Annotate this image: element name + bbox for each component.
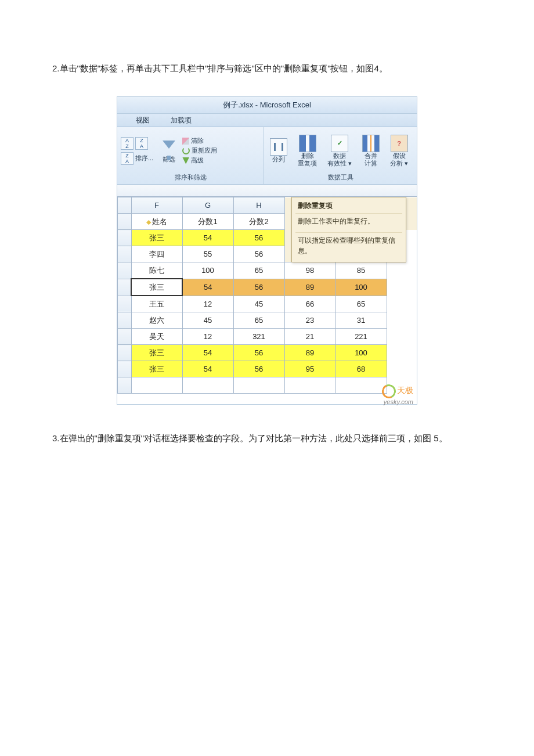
data-cell[interactable]: 100 (335, 279, 387, 296)
reapply-button[interactable]: 重新应用 (182, 146, 217, 155)
row-header-cell[interactable] (118, 262, 132, 279)
data-cell[interactable]: 56 (233, 345, 284, 361)
table-row: 陈七100659885 (118, 262, 417, 279)
data-cell[interactable]: 陈七 (131, 262, 182, 279)
remove-duplicates-icon (299, 135, 316, 152)
text-to-columns-button[interactable]: 分列 (268, 137, 290, 164)
data-cell[interactable]: 李四 (131, 246, 182, 262)
tab-addins[interactable]: 加载项 (166, 114, 196, 127)
sort-asc-icon[interactable]: AZ (121, 137, 134, 150)
validation-icon (331, 135, 348, 152)
data-cell[interactable] (387, 312, 417, 329)
data-cell[interactable]: 65 (233, 312, 284, 329)
whatif-icon (391, 135, 408, 152)
group-title-tools: 数据工具 (268, 172, 413, 183)
advanced-filter-button[interactable]: 高级 (182, 156, 217, 165)
data-cell[interactable]: 54 (182, 279, 233, 296)
sort-desc-icon[interactable]: ZA (121, 152, 134, 165)
data-cell[interactable] (118, 377, 132, 394)
data-cell[interactable] (387, 279, 417, 296)
data-cell[interactable]: 66 (284, 296, 335, 312)
clear-filter-button[interactable]: 清除 (182, 136, 217, 145)
data-cell[interactable] (284, 377, 335, 394)
tooltip-title: 删除重复项 (292, 197, 406, 213)
formula-bar[interactable] (117, 185, 417, 197)
data-cell[interactable]: 56 (233, 361, 284, 377)
group-data-tools: 分列 删除重复项 数据有效性 ▾ 合并计算 (264, 127, 417, 184)
data-cell[interactable]: 54 (182, 230, 233, 246)
reload-icon (182, 147, 190, 154)
data-cell[interactable] (387, 345, 417, 361)
data-cell[interactable] (387, 361, 417, 377)
data-cell[interactable] (387, 262, 417, 279)
data-cell[interactable]: 55 (182, 246, 233, 262)
data-cell[interactable] (233, 377, 284, 394)
select-all-cell[interactable] (118, 197, 132, 214)
filter-button[interactable]: 筛选 (159, 137, 179, 164)
row-header-cell[interactable] (118, 296, 132, 312)
data-cell[interactable]: 张三 (131, 361, 182, 377)
data-cell[interactable]: 54 (182, 361, 233, 377)
data-cell[interactable]: 45 (182, 312, 233, 329)
data-cell[interactable]: 85 (335, 262, 387, 279)
worksheet[interactable]: 删除重复项 删除工作表中的重复行。 可以指定应检查哪些列的重复信息。 F G H (117, 197, 417, 404)
data-cell[interactable]: 65 (233, 262, 284, 279)
advanced-icon (182, 157, 189, 164)
header-score1: 分数1 (182, 214, 233, 230)
whatif-button[interactable]: 假设分析 ▾ (388, 134, 410, 168)
tab-view[interactable]: 视图 (131, 114, 154, 127)
col-G[interactable]: G (182, 197, 233, 214)
data-cell[interactable]: 31 (335, 312, 387, 329)
data-cell[interactable]: 221 (335, 329, 387, 345)
data-cell[interactable] (335, 377, 387, 394)
table-row: 王五12456665 (118, 296, 417, 312)
row-header-cell[interactable] (118, 230, 132, 246)
data-cell[interactable]: 21 (284, 329, 335, 345)
data-cell[interactable]: 56 (233, 246, 284, 262)
row-header-cell[interactable] (118, 329, 132, 345)
data-cell[interactable] (387, 329, 417, 345)
data-validation-button[interactable]: 数据有效性 ▾ (325, 134, 354, 168)
data-cell[interactable]: 321 (233, 329, 284, 345)
data-cell[interactable]: 12 (182, 329, 233, 345)
data-cell[interactable]: 赵六 (131, 312, 182, 329)
consolidate-button[interactable]: 合并计算 (360, 134, 382, 168)
window-title: 例子.xlsx - Microsoft Excel (117, 97, 417, 114)
data-cell[interactable]: 张三 (131, 345, 182, 361)
data-cell[interactable]: 45 (233, 296, 284, 312)
data-cell[interactable]: 95 (284, 361, 335, 377)
col-F[interactable]: F (131, 197, 182, 214)
row-header-cell[interactable] (118, 361, 132, 377)
group-sort-filter: AZ ZA ZA 排序... 筛选 清除 重新应用 (117, 127, 264, 184)
data-cell[interactable]: 68 (335, 361, 387, 377)
row-header-cell[interactable] (118, 312, 132, 329)
data-cell[interactable]: 吴天 (131, 329, 182, 345)
row-header-cell[interactable] (118, 279, 132, 296)
data-cell[interactable] (182, 377, 233, 394)
funnel-icon (163, 141, 175, 149)
figure-4-excel-screenshot: 例子.xlsx - Microsoft Excel 视图 加载项 AZ ZA Z… (117, 96, 417, 405)
data-cell[interactable]: 张三 (131, 230, 182, 246)
data-cell[interactable]: 100 (182, 262, 233, 279)
sort-za-icon[interactable]: ZA (135, 137, 148, 150)
data-cell[interactable]: 98 (284, 262, 335, 279)
row-header-cell[interactable] (118, 246, 132, 262)
remove-duplicates-button[interactable]: 删除重复项 (295, 134, 319, 168)
data-cell[interactable]: 23 (284, 312, 335, 329)
data-cell[interactable]: 54 (182, 345, 233, 361)
data-cell[interactable]: 65 (335, 296, 387, 312)
data-cell[interactable]: 56 (233, 279, 284, 296)
sort-button[interactable]: 排序... (135, 154, 153, 163)
col-H[interactable]: H (233, 197, 284, 214)
data-cell[interactable]: 王五 (131, 296, 182, 312)
data-cell[interactable]: 张三 (131, 279, 182, 296)
data-cell[interactable]: 56 (233, 230, 284, 246)
data-cell[interactable]: 89 (284, 279, 335, 296)
data-cell[interactable]: 100 (335, 345, 387, 361)
row-header-cell[interactable] (118, 345, 132, 361)
data-cell[interactable]: 12 (182, 296, 233, 312)
data-cell[interactable] (387, 296, 417, 312)
data-cell[interactable]: 89 (284, 345, 335, 361)
consolidate-icon (362, 135, 380, 152)
data-cell[interactable] (131, 377, 182, 394)
